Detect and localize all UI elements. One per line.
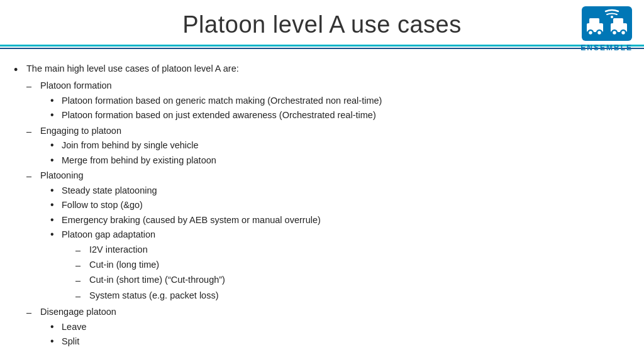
pl-child-4: Platoon gap adaptation [62,229,155,239]
pl-child-2: Follow to stop (&go) [62,198,143,212]
svg-point-4 [597,30,602,35]
dash-2: – [26,124,40,138]
list-item: • Merge from behind by existing platoon [50,153,216,167]
pf-child-2: Platoon formation based on just extended… [62,108,376,122]
ensemble-logo-box [582,6,632,41]
ensemble-logo-svg [582,8,632,40]
platoon-formation-block: Platoon formation • Platoon formation ba… [40,79,382,123]
dash-1: – [26,79,40,93]
svg-point-7 [612,30,617,35]
pf-child-1: Platoon formation based on generic match… [62,94,382,107]
pl-child-1: Steady state platooning [62,184,157,197]
slide-title: Platoon level A use cases [182,11,461,38]
list-item: – Cut-in (long time) [75,258,225,272]
engaging-children: • Join from behind by single vehicle • M… [40,138,216,167]
dash-5: – [26,305,40,319]
list-item-platooning: – Platooning • Steady state platooning •… [26,168,625,304]
svg-point-3 [588,30,593,35]
eng-child-2: Merge from behind by existing platoon [62,153,216,167]
dash-4b: – [75,258,89,272]
svg-point-0 [611,16,613,18]
list-item: • Follow to stop (&go) [50,198,321,212]
dash-4a: – [75,243,89,257]
list-item-engaging: – Engaging to platoon • Join from behind… [26,124,625,168]
platooning-block: Platooning • Steady state platooning • F… [40,168,321,304]
gap-sub-3: Cut-in (short time) (“Cut-through”) [89,273,225,287]
slide: Platoon level A use cases [0,0,644,362]
list-item: • Platoon formation based on just extend… [50,108,382,122]
gap-adaptation-block: Platoon gap adaptation – I2V interaction… [62,228,225,304]
engaging-block: Engaging to platoon • Join from behind b… [40,124,216,168]
divider-blue [0,48,644,49]
platoon-formation-children: • Platoon formation based on generic mat… [40,94,382,123]
list-item-platoon-formation: – Platoon formation • Platoon formation … [26,79,625,123]
logo-label: ENSEMBLE [580,43,633,52]
bullet-9: • [50,320,62,334]
disengage-children: • Leave • Split [40,320,116,349]
engaging-label: Engaging to platoon [40,126,121,136]
platooning-children: • Steady state platooning • Follow to st… [40,184,321,304]
content-area: • The main high level use cases of plato… [0,57,644,349]
bullet-2: • [50,108,62,122]
bullet-1: • [50,94,62,107]
dash-4d: – [75,288,89,303]
pl-child-3: Emergency braking (caused by AEB system … [62,213,321,227]
list-item: – Cut-in (short time) (“Cut-through”) [75,273,225,287]
header: Platoon level A use cases [0,0,644,45]
list-item: • Leave [50,320,116,334]
bullet-4: • [50,153,62,167]
platooning-label: Platooning [40,170,84,180]
list-item: • Steady state platooning [50,184,321,197]
gap-adaptation-children: – I2V interaction – Cut-in (long time) – [62,243,225,304]
svg-rect-6 [613,18,623,24]
dis-child-1: Leave [62,320,87,334]
list-item: – System status (e.g. packet loss) [75,288,225,303]
disengage-label: Disengage platoon [40,307,116,317]
main-list: • The main high level use cases of plato… [14,62,625,77]
divider-teal [0,45,644,47]
disengage-block: Disengage platoon • Leave • Split [40,305,116,349]
list-item-gap: • Platoon gap adaptation – I2V interacti… [50,228,321,304]
bullet-5: • [50,184,62,197]
list-item: • Split [50,334,116,348]
dash-4c: – [75,273,89,287]
bullet-dot-intro: • [14,63,26,77]
divider-container [0,45,644,49]
list-item: • Emergency braking (caused by AEB syste… [50,213,321,227]
dash-3: – [26,168,40,183]
gap-sub-2: Cut-in (long time) [89,258,159,272]
list-item-intro: • The main high level use cases of plato… [14,62,625,77]
intro-text: The main high level use cases of platoon… [26,62,239,75]
bullet-6: • [50,198,62,212]
list-item: • Join from behind by single vehicle [50,138,216,152]
bullet-10: • [50,334,62,348]
svg-rect-2 [589,18,599,24]
logo-area: ENSEMBLE [580,6,633,52]
bullet-8: • [50,228,62,241]
eng-child-1: Join from behind by single vehicle [62,138,199,152]
bullet-3: • [50,138,62,152]
gap-sub-1: I2V interaction [89,243,148,256]
level2-list: – Platoon formation • Platoon formation … [14,79,625,349]
platoon-formation-label: Platoon formation [40,80,112,90]
svg-point-8 [621,30,626,35]
bullet-7: • [50,213,62,227]
gap-sub-4: System status (e.g. packet loss) [89,288,219,302]
list-item: – I2V interaction [75,243,225,257]
dis-child-2: Split [62,334,79,348]
list-item-disengage: – Disengage platoon • Leave • Split [26,305,625,349]
list-item: • Platoon formation based on generic mat… [50,94,382,107]
